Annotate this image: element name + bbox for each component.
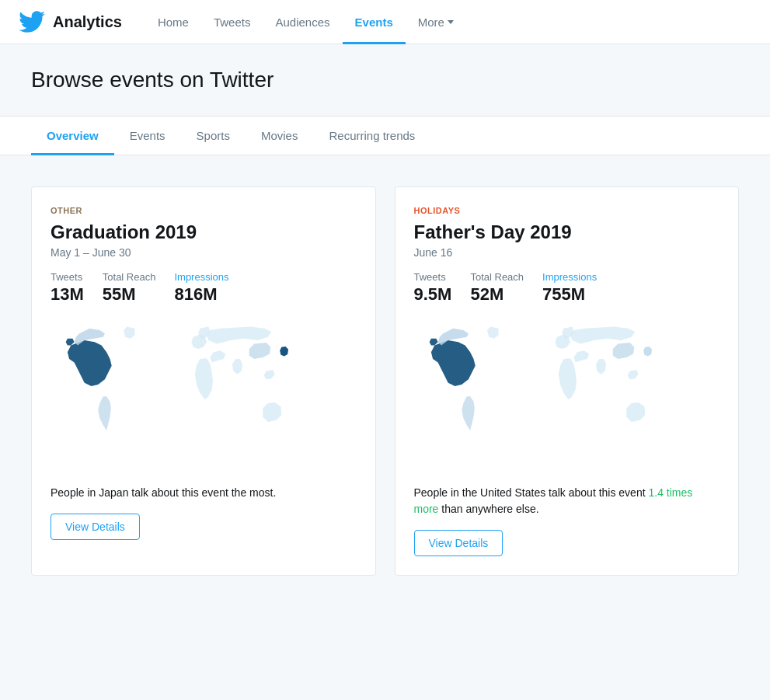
card-date-graduation: May 1 – June 30: [51, 246, 357, 259]
card-stats-fathersday: Tweets 9.5M Total Reach 52M Impressions …: [414, 271, 720, 305]
nav-events[interactable]: Events: [343, 0, 406, 44]
map-graduation: [51, 317, 357, 472]
stat-tweets-graduation: Tweets 13M: [51, 271, 84, 305]
view-details-fathersday-button[interactable]: View Details: [414, 530, 503, 556]
stat-label-tweets-fathersday: Tweets: [414, 271, 452, 283]
tab-movies[interactable]: Movies: [246, 117, 314, 155]
stat-value-tweets-fathersday: 9.5M: [414, 284, 452, 305]
stat-tweets-fathersday: Tweets 9.5M: [414, 271, 452, 305]
stat-label-reach-fathersday: Total Reach: [470, 271, 524, 283]
main-nav: Home Tweets Audiences Events More: [145, 0, 466, 44]
chevron-down-icon: [448, 20, 454, 24]
card-category-graduation: OTHER: [51, 206, 357, 215]
description-text-2: than anywhere else.: [438, 503, 538, 515]
stat-label-reach-graduation: Total Reach: [103, 271, 156, 283]
stat-impressions-graduation: Impressions 816M: [174, 271, 228, 305]
tab-recurring-trends[interactable]: Recurring trends: [313, 117, 430, 155]
card-date-fathersday: June 16: [414, 246, 720, 259]
page-title: Browse events on Twitter: [31, 68, 739, 92]
stat-value-tweets-graduation: 13M: [51, 284, 84, 305]
nav-more-label: More: [418, 16, 444, 29]
event-card-graduation: OTHER Graduation 2019 May 1 – June 30 Tw…: [31, 186, 376, 576]
app-header: Analytics Home Tweets Audiences Events M…: [0, 0, 770, 44]
nav-home[interactable]: Home: [145, 0, 201, 44]
card-title-graduation: Graduation 2019: [51, 221, 357, 243]
nav-audiences[interactable]: Audiences: [263, 0, 342, 44]
view-details-graduation-button[interactable]: View Details: [51, 514, 140, 540]
tab-events[interactable]: Events: [114, 117, 181, 155]
stat-value-impressions-graduation: 816M: [174, 284, 228, 305]
page-header: Browse events on Twitter: [0, 44, 770, 117]
map-fathersday: [414, 317, 720, 472]
card-title-fathersday: Father's Day 2019: [414, 221, 720, 243]
stat-reach-graduation: Total Reach 55M: [103, 271, 156, 305]
events-grid: OTHER Graduation 2019 May 1 – June 30 Tw…: [31, 186, 739, 576]
card-description-fathersday: People in the United States talk about t…: [414, 485, 720, 517]
nav-more[interactable]: More: [406, 0, 466, 44]
stat-value-reach-fathersday: 52M: [470, 284, 524, 305]
stat-value-impressions-fathersday: 755M: [542, 284, 597, 305]
tab-overview[interactable]: Overview: [31, 117, 114, 155]
card-stats-graduation: Tweets 13M Total Reach 55M Impressions 8…: [51, 271, 357, 305]
card-category-fathersday: HOLIDAYS: [414, 206, 720, 215]
nav-tweets[interactable]: Tweets: [201, 0, 263, 44]
card-description-graduation: People in Japan talk about this event th…: [51, 485, 357, 501]
twitter-bird-icon: [19, 11, 45, 33]
logo: Analytics: [19, 11, 122, 33]
stat-label-impressions-fathersday: Impressions: [542, 271, 597, 283]
app-title: Analytics: [53, 13, 122, 31]
world-map-graduation: [51, 317, 357, 472]
stat-impressions-fathersday: Impressions 755M: [542, 271, 597, 305]
stat-reach-fathersday: Total Reach 52M: [470, 271, 524, 305]
world-map-fathersday: [414, 317, 720, 472]
tabs-bar: Overview Events Sports Movies Recurring …: [0, 117, 770, 155]
stat-label-tweets-graduation: Tweets: [51, 271, 84, 283]
description-text-1: People in the United States talk about t…: [414, 486, 649, 499]
event-card-fathersday: HOLIDAYS Father's Day 2019 June 16 Tweet…: [395, 186, 740, 576]
tab-sports[interactable]: Sports: [181, 117, 246, 155]
main-content: OTHER Graduation 2019 May 1 – June 30 Tw…: [0, 155, 770, 700]
stat-label-impressions-graduation: Impressions: [174, 271, 228, 283]
stat-value-reach-graduation: 55M: [103, 284, 156, 305]
